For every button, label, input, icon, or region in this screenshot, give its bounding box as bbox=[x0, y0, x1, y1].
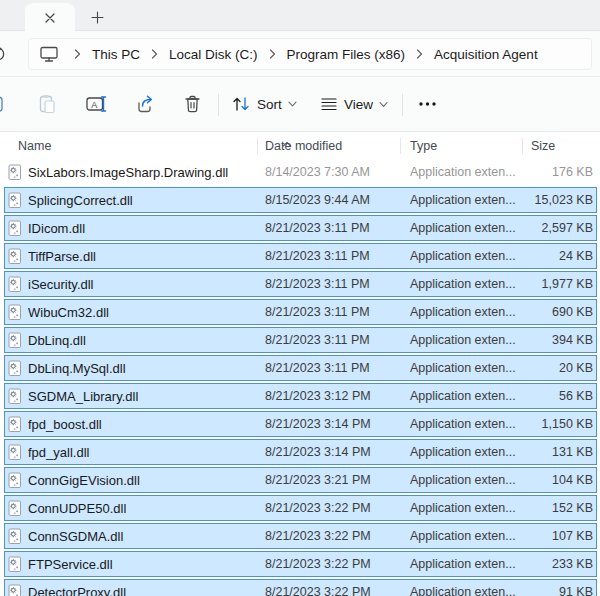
file-date-modified: 8/21/2023 3:11 PM bbox=[265, 249, 370, 263]
breadcrumb-chevron-icon[interactable] bbox=[269, 49, 276, 59]
file-size: 107 KB bbox=[552, 529, 593, 543]
refresh-icon[interactable] bbox=[0, 46, 7, 66]
rename-icon: A bbox=[86, 95, 109, 113]
file-size: 15,023 KB bbox=[535, 193, 593, 207]
file-row[interactable]: DbLinq.MySql.dll 8/21/2023 3:11 PM Appli… bbox=[4, 355, 597, 381]
file-row[interactable]: DetectorProxy.dll 8/21/2023 3:22 PM Appl… bbox=[4, 579, 597, 596]
file-date-modified: 8/21/2023 3:11 PM bbox=[265, 277, 370, 291]
column-header-type[interactable]: Type bbox=[410, 139, 437, 153]
dll-file-icon bbox=[8, 164, 22, 181]
column-header-size[interactable]: Size bbox=[531, 139, 555, 153]
address-bar[interactable]: This PC Local Disk (C:) Program Files (x… bbox=[28, 38, 592, 70]
file-date-modified: 8/21/2023 3:11 PM bbox=[265, 221, 370, 235]
view-button[interactable]: View bbox=[321, 97, 388, 112]
file-size: 1,977 KB bbox=[542, 277, 593, 291]
paste-button[interactable] bbox=[38, 94, 57, 114]
breadcrumb-item-program-files[interactable]: Program Files (x86) bbox=[287, 47, 406, 62]
dll-file-icon bbox=[8, 472, 22, 489]
new-tab-icon bbox=[91, 11, 104, 24]
file-date-modified: 8/21/2023 3:11 PM bbox=[265, 333, 370, 347]
file-row[interactable]: iSecurity.dll 8/21/2023 3:11 PM Applicat… bbox=[4, 271, 597, 297]
column-divider[interactable] bbox=[257, 138, 258, 154]
column-header-date-modified[interactable]: Date modified bbox=[265, 139, 342, 153]
column-header-row: Name Date modified Type Size bbox=[0, 132, 600, 159]
file-row[interactable]: TiffParse.dll 8/21/2023 3:11 PM Applicat… bbox=[4, 243, 597, 269]
dll-file-icon bbox=[8, 556, 22, 573]
breadcrumb-chevron-icon[interactable] bbox=[74, 49, 81, 59]
rename-button[interactable]: A bbox=[86, 95, 109, 113]
dll-file-icon bbox=[8, 304, 22, 321]
dll-file-icon bbox=[8, 332, 22, 349]
file-name: SplicingCorrect.dll bbox=[28, 193, 133, 208]
file-size: 233 KB bbox=[552, 557, 593, 571]
delete-button[interactable] bbox=[184, 95, 201, 114]
breadcrumb-item-this-pc[interactable]: This PC bbox=[92, 47, 140, 62]
explorer-tab[interactable] bbox=[25, 3, 75, 32]
this-pc-icon bbox=[39, 45, 59, 63]
column-divider[interactable] bbox=[522, 138, 523, 154]
breadcrumb-chevron-icon[interactable] bbox=[151, 49, 158, 59]
close-tab-icon[interactable] bbox=[44, 12, 56, 24]
file-row[interactable]: fpd_yall.dll 8/21/2023 3:14 PM Applicati… bbox=[4, 439, 597, 465]
sort-button[interactable]: Sort bbox=[232, 96, 297, 112]
file-date-modified: 8/21/2023 3:22 PM bbox=[265, 529, 371, 543]
column-header-name[interactable]: Name bbox=[18, 139, 51, 153]
address-row: This PC Local Disk (C:) Program Files (x… bbox=[0, 31, 600, 77]
sort-icon bbox=[232, 96, 250, 112]
dll-file-icon bbox=[8, 192, 22, 209]
more-options-button[interactable] bbox=[418, 102, 437, 107]
file-size: 20 KB bbox=[559, 361, 593, 375]
file-date-modified: 8/21/2023 3:22 PM bbox=[265, 585, 371, 596]
breadcrumb-chevron-icon[interactable] bbox=[416, 49, 423, 59]
paste-icon bbox=[38, 94, 57, 114]
file-row[interactable]: WibuCm32.dll 8/21/2023 3:11 PM Applicati… bbox=[4, 299, 597, 325]
dll-file-icon bbox=[8, 388, 22, 405]
file-row[interactable]: SixLabors.ImageSharp.Drawing.dll 8/14/20… bbox=[4, 159, 597, 185]
share-button[interactable] bbox=[136, 95, 155, 114]
column-divider[interactable] bbox=[400, 138, 401, 154]
file-row[interactable]: IDicom.dll 8/21/2023 3:11 PM Application… bbox=[4, 215, 597, 241]
view-icon bbox=[321, 97, 337, 111]
file-type: Application exten... bbox=[410, 585, 516, 596]
file-date-modified: 8/15/2023 9:44 AM bbox=[265, 193, 370, 207]
file-row[interactable]: fpd_boost.dll 8/21/2023 3:14 PM Applicat… bbox=[4, 411, 597, 437]
file-name: ConnGigEVision.dll bbox=[28, 473, 140, 488]
file-size: 690 KB bbox=[552, 305, 593, 319]
file-name: ConnSGDMA.dll bbox=[28, 529, 123, 544]
file-date-modified: 8/14/2023 7:30 AM bbox=[265, 165, 370, 179]
command-bar: A Sort View bbox=[0, 77, 600, 132]
file-row[interactable]: ConnSGDMA.dll 8/21/2023 3:22 PM Applicat… bbox=[4, 523, 597, 549]
chevron-down-icon bbox=[288, 101, 297, 107]
file-name: iSecurity.dll bbox=[28, 277, 94, 292]
copy-icon[interactable] bbox=[0, 94, 8, 114]
new-tab-button[interactable] bbox=[84, 5, 110, 29]
file-size: 104 KB bbox=[552, 473, 593, 487]
file-date-modified: 8/21/2023 3:12 PM bbox=[265, 389, 371, 403]
svg-text:A: A bbox=[91, 100, 97, 110]
delete-icon bbox=[184, 95, 201, 114]
breadcrumb-item-acquisition-agent[interactable]: Acquisition Agent bbox=[434, 47, 538, 62]
dll-file-icon bbox=[8, 584, 22, 596]
file-row[interactable]: SGDMA_Library.dll 8/21/2023 3:12 PM Appl… bbox=[4, 383, 597, 409]
file-name: WibuCm32.dll bbox=[28, 305, 109, 320]
file-row[interactable]: DbLinq.dll 8/21/2023 3:11 PM Application… bbox=[4, 327, 597, 353]
file-row[interactable]: FTPService.dll 8/21/2023 3:22 PM Applica… bbox=[4, 551, 597, 577]
file-date-modified: 8/21/2023 3:22 PM bbox=[265, 557, 371, 571]
file-name: SixLabors.ImageSharp.Drawing.dll bbox=[28, 165, 228, 180]
file-type: Application exten... bbox=[410, 333, 516, 347]
file-type: Application exten... bbox=[410, 249, 516, 263]
file-row[interactable]: SplicingCorrect.dll 8/15/2023 9:44 AM Ap… bbox=[4, 187, 597, 213]
breadcrumb-item-local-disk[interactable]: Local Disk (C:) bbox=[169, 47, 258, 62]
file-name: fpd_yall.dll bbox=[28, 445, 89, 460]
sort-label: Sort bbox=[257, 97, 282, 112]
file-type: Application exten... bbox=[410, 193, 516, 207]
file-name: DetectorProxy.dll bbox=[28, 585, 126, 596]
file-row[interactable]: ConnUDPE50.dll 8/21/2023 3:22 PM Applica… bbox=[4, 495, 597, 521]
file-name: SGDMA_Library.dll bbox=[28, 389, 138, 404]
chevron-down-icon bbox=[379, 101, 388, 107]
file-size: 2,597 KB bbox=[542, 221, 593, 235]
file-size: 1,150 KB bbox=[542, 417, 593, 431]
file-type: Application exten... bbox=[410, 389, 516, 403]
file-row[interactable]: ConnGigEVision.dll 8/21/2023 3:21 PM App… bbox=[4, 467, 597, 493]
file-size: 24 KB bbox=[559, 249, 593, 263]
